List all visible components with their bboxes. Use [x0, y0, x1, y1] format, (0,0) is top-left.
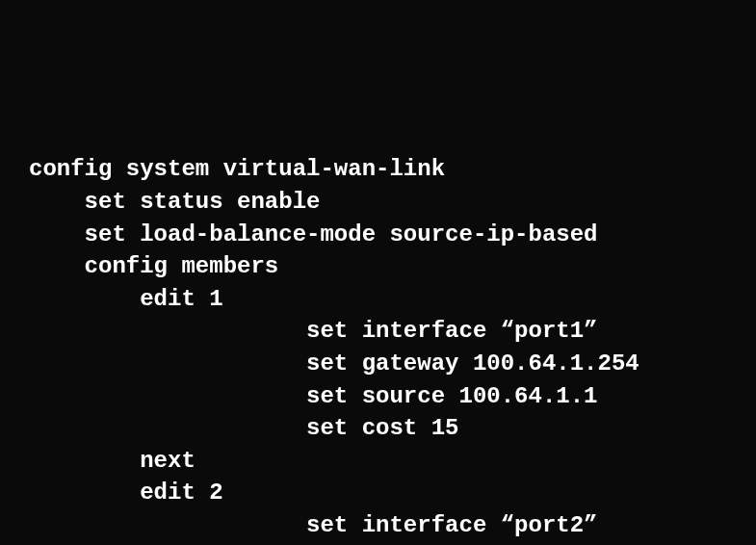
config-line: edit 1	[29, 283, 727, 316]
config-line: set gateway 100.64.1.254	[29, 348, 727, 380]
config-line: config members	[29, 250, 727, 283]
config-line: set load-balance-mode source-ip-based	[29, 219, 727, 251]
config-line: next	[29, 445, 727, 478]
config-line: config system virtual-wan-link	[29, 153, 727, 186]
config-line: set source 100.64.1.1	[29, 380, 727, 413]
terminal-output: config system virtual-wan-link set statu…	[29, 153, 727, 545]
config-line: set interface “port1”	[29, 315, 727, 348]
config-line: set interface “port2”	[29, 509, 727, 542]
config-line: edit 2	[29, 477, 727, 509]
config-line: set gateway 100.64.2.254	[29, 542, 727, 546]
config-line: set status enable	[29, 186, 727, 219]
config-line: set cost 15	[29, 412, 727, 445]
